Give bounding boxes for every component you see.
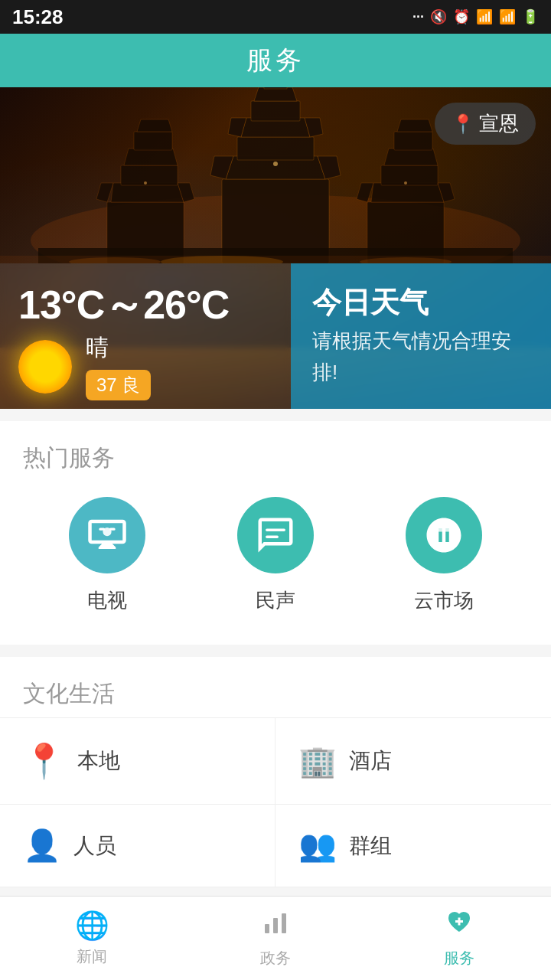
local-location-icon: 📍 [23, 741, 65, 781]
culture-label-hotel: 酒店 [349, 746, 392, 776]
svg-marker-18 [96, 183, 113, 202]
bottom-navigation: 🌐 新闻 政务 服务 [0, 896, 551, 980]
service-label-market: 云市场 [414, 587, 474, 614]
cellular-icon: 📶 [499, 8, 516, 25]
svg-marker-15 [124, 149, 178, 165]
service-item-market[interactable]: 云市场 [360, 497, 528, 614]
svg-rect-38 [265, 924, 269, 933]
battery-icon: 🔋 [522, 8, 539, 25]
svg-rect-3 [237, 137, 314, 160]
svg-rect-40 [282, 913, 286, 933]
weather-banner: 📍 宣恩 13°C～26°C 晴 37 良 今日天气 请根据天气情况合理安排! [0, 87, 551, 409]
svg-marker-13 [111, 183, 184, 202]
svg-marker-23 [384, 149, 438, 165]
svg-marker-17 [137, 119, 172, 132]
service-item-minsheng[interactable]: 民声 [191, 497, 360, 614]
culture-grid: 📍 本地 🏢 酒店 👤 人员 👥 群组 [0, 717, 551, 887]
svg-rect-5 [251, 101, 300, 121]
alarm-icon: ⏰ [453, 8, 470, 25]
app-header: 服务 [0, 34, 551, 87]
service-heart-icon [445, 909, 473, 943]
news-globe-icon: 🌐 [75, 910, 109, 942]
svg-rect-24 [394, 132, 432, 150]
govt-chart-icon [262, 909, 289, 943]
culture-item-local[interactable]: 📍 本地 [0, 718, 276, 805]
location-pin-icon: 📍 [452, 113, 474, 135]
culture-label-group: 群组 [349, 831, 392, 861]
nav-item-govt[interactable]: 政务 [184, 897, 367, 980]
tv-icon-circle [69, 497, 145, 573]
mute-icon: 🔇 [430, 8, 447, 25]
nav-label-news: 新闻 [77, 946, 107, 967]
svg-rect-22 [381, 165, 438, 185]
sun-icon [18, 340, 72, 394]
weather-description: 晴 37 良 [86, 332, 151, 400]
chat-icon-circle [237, 497, 314, 573]
weather-left-panel: 13°C～26°C 晴 37 良 [0, 263, 291, 409]
culture-item-hotel[interactable]: 🏢 酒店 [276, 718, 551, 805]
svg-marker-21 [371, 183, 444, 202]
svg-rect-16 [134, 132, 172, 150]
location-badge[interactable]: 📍 宣恩 [435, 103, 536, 145]
chat-icon [255, 514, 296, 556]
market-icon-circle [406, 497, 482, 573]
status-bar: 15:28 ··· 🔇 ⏰ 📶 📶 🔋 [0, 0, 551, 34]
weather-condition: 晴 [86, 332, 151, 364]
today-weather-title: 今日天气 [312, 283, 530, 322]
hotel-building-icon: 🏢 [298, 743, 337, 779]
aqi-badge: 37 良 [86, 370, 151, 400]
svg-rect-7 [264, 87, 287, 89]
tv-icon [86, 514, 128, 556]
page-title: 服务 [246, 43, 305, 78]
service-label-minsheng: 民声 [256, 587, 295, 614]
culture-item-group[interactable]: 👥 群组 [276, 805, 551, 887]
wifi-icon: 📶 [476, 8, 493, 25]
market-icon [423, 514, 465, 556]
person-icon: 👤 [23, 828, 61, 864]
nav-item-news[interactable]: 🌐 新闻 [0, 897, 184, 980]
cultural-life-header: 文化生活 [0, 657, 551, 717]
culture-label-local: 本地 [77, 746, 120, 776]
svg-marker-6 [254, 87, 297, 101]
svg-point-31 [404, 181, 407, 185]
cultural-life-section: 文化生活 📍 本地 🏢 酒店 👤 人员 👥 群组 [0, 657, 551, 887]
svg-point-30 [144, 181, 147, 185]
time-display: 15:28 [12, 5, 64, 29]
weather-advice: 请根据天气情况合理安排! [312, 325, 530, 389]
services-grid: 电视 民声 云市场 [0, 482, 551, 645]
nav-item-service[interactable]: 服务 [367, 897, 551, 980]
hot-services-header: 热门服务 [0, 421, 551, 482]
svg-marker-25 [397, 119, 432, 132]
hot-services-section: 热门服务 电视 民声 [0, 421, 551, 645]
temperature-range: 13°C～26°C [18, 279, 272, 332]
culture-item-person[interactable]: 👤 人员 [0, 805, 276, 887]
weather-condition-row: 晴 37 良 [18, 332, 272, 400]
service-item-tv[interactable]: 电视 [23, 497, 191, 614]
svg-rect-14 [121, 165, 178, 185]
weather-card: 13°C～26°C 晴 37 良 今日天气 请根据天气情况合理安排! [0, 263, 551, 409]
svg-point-29 [273, 162, 278, 166]
signal-dots-icon: ··· [412, 9, 424, 25]
weather-right-panel: 今日天气 请根据天气情况合理安排! [291, 263, 551, 409]
nav-label-service: 服务 [444, 948, 474, 969]
service-label-tv: 电视 [87, 587, 127, 614]
nav-label-govt: 政务 [260, 948, 291, 969]
svg-rect-39 [273, 918, 278, 933]
group-icon: 👥 [298, 828, 337, 864]
status-icons: ··· 🔇 ⏰ 📶 📶 🔋 [412, 8, 539, 25]
location-name: 宣恩 [479, 110, 519, 137]
culture-label-person: 人员 [73, 831, 116, 861]
